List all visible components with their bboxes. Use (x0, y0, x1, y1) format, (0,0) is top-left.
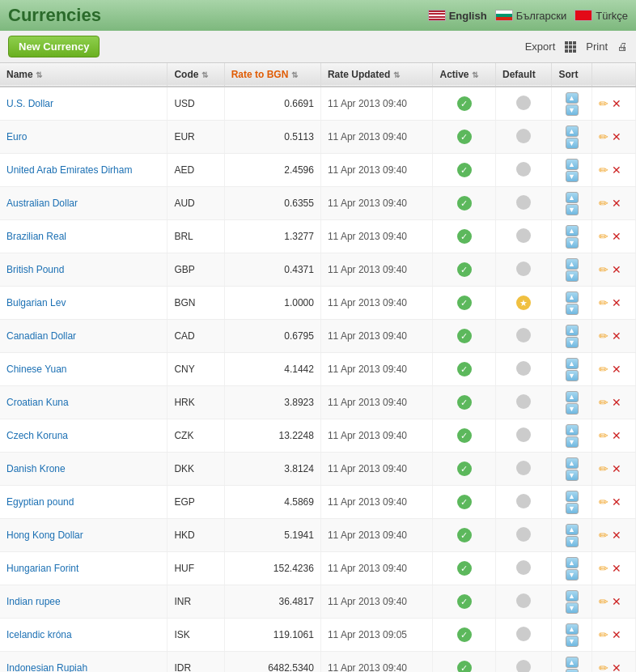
default-no-icon[interactable] (516, 494, 531, 508)
sort-up-button[interactable]: ▲ (566, 557, 579, 568)
cell-default[interactable] (495, 320, 551, 353)
delete-button[interactable]: ✕ (612, 197, 621, 210)
sort-down-button[interactable]: ▼ (566, 569, 579, 581)
edit-button[interactable]: ✏ (599, 97, 608, 110)
cell-active[interactable]: ✓ (433, 187, 495, 220)
cell-default[interactable] (495, 253, 551, 287)
currency-name-link[interactable]: Hungarian Forint (6, 563, 78, 574)
cell-active[interactable]: ✓ (433, 652, 495, 673)
cell-active[interactable]: ✓ (433, 453, 495, 486)
edit-button[interactable]: ✏ (599, 661, 608, 672)
currency-name-link[interactable]: Australian Dollar (6, 198, 78, 209)
sort-down-button[interactable]: ▼ (566, 436, 579, 448)
active-yes-icon[interactable]: ✓ (457, 561, 472, 576)
edit-button[interactable]: ✏ (599, 164, 608, 177)
currency-name-link[interactable]: Euro (6, 131, 27, 142)
sort-up-button[interactable]: ▲ (566, 258, 579, 270)
col-name[interactable]: Name ⇅ (0, 63, 167, 87)
edit-button[interactable]: ✏ (599, 495, 608, 508)
col-rate[interactable]: Rate to BGN ⇅ (224, 63, 320, 87)
sort-up-button[interactable]: ▲ (566, 92, 579, 104)
cell-active[interactable]: ✓ (433, 585, 495, 619)
delete-button[interactable]: ✕ (612, 164, 621, 177)
delete-button[interactable]: ✕ (612, 230, 621, 243)
sort-up-button[interactable]: ▲ (566, 192, 579, 203)
delete-button[interactable]: ✕ (612, 363, 621, 376)
delete-button[interactable]: ✕ (612, 562, 621, 575)
delete-button[interactable]: ✕ (612, 296, 621, 309)
sort-down-button[interactable]: ▼ (566, 337, 579, 348)
active-yes-icon[interactable]: ✓ (457, 163, 472, 177)
sort-up-button[interactable]: ▲ (566, 325, 579, 336)
edit-button[interactable]: ✏ (599, 263, 608, 276)
sort-down-button[interactable]: ▼ (566, 669, 579, 672)
delete-button[interactable]: ✕ (612, 130, 621, 143)
active-yes-icon[interactable]: ✓ (457, 362, 472, 376)
default-no-icon[interactable] (516, 162, 531, 177)
cell-default[interactable] (495, 353, 551, 386)
sort-down-button[interactable]: ▼ (566, 470, 579, 481)
export-button[interactable]: Export (525, 40, 556, 53)
active-yes-icon[interactable]: ✓ (457, 428, 472, 443)
currency-name-link[interactable]: Chinese Yuan (6, 364, 67, 375)
currency-name-link[interactable]: Danish Krone (6, 463, 66, 474)
edit-button[interactable]: ✏ (599, 562, 608, 575)
default-no-icon[interactable] (516, 560, 531, 575)
currency-name-link[interactable]: Canadian Dollar (6, 330, 76, 342)
sort-up-button[interactable]: ▲ (566, 159, 579, 170)
default-no-icon[interactable] (516, 627, 531, 641)
cell-active[interactable]: ✓ (433, 552, 495, 585)
currency-name-link[interactable]: Czech Koruna (6, 430, 68, 441)
edit-button[interactable]: ✏ (599, 230, 608, 243)
currency-name-link[interactable]: U.S. Dollar (6, 98, 53, 109)
cell-default[interactable] (495, 187, 551, 220)
cell-active[interactable]: ✓ (433, 519, 495, 552)
active-yes-icon[interactable]: ✓ (457, 395, 472, 410)
cell-active[interactable]: ✓ (433, 287, 495, 320)
new-currency-button[interactable]: New Currency (8, 36, 100, 57)
delete-button[interactable]: ✕ (612, 263, 621, 276)
active-yes-icon[interactable]: ✓ (457, 229, 472, 244)
cell-default[interactable] (495, 386, 551, 419)
edit-button[interactable]: ✏ (599, 529, 608, 542)
cell-active[interactable]: ✓ (433, 320, 495, 353)
delete-button[interactable]: ✕ (612, 330, 621, 342)
sort-down-button[interactable]: ▼ (566, 237, 579, 249)
edit-button[interactable]: ✏ (599, 197, 608, 210)
cell-default[interactable] (495, 519, 551, 552)
sort-up-button[interactable]: ▲ (566, 125, 579, 137)
sort-down-button[interactable]: ▼ (566, 636, 579, 647)
active-yes-icon[interactable]: ✓ (457, 130, 472, 144)
sort-up-button[interactable]: ▲ (566, 291, 579, 303)
cell-default[interactable] (495, 652, 551, 673)
default-no-icon[interactable] (516, 328, 531, 342)
delete-button[interactable]: ✕ (612, 429, 621, 442)
edit-button[interactable]: ✏ (599, 363, 608, 376)
sort-down-button[interactable]: ▼ (566, 138, 579, 149)
cell-default[interactable] (495, 419, 551, 453)
default-no-icon[interactable] (516, 461, 531, 475)
cell-active[interactable]: ✓ (433, 253, 495, 287)
default-no-icon[interactable] (516, 593, 531, 608)
sort-down-button[interactable]: ▼ (566, 602, 579, 614)
currency-name-link[interactable]: Croatian Kuna (6, 397, 69, 408)
default-no-icon[interactable] (516, 129, 531, 143)
default-no-icon[interactable] (516, 427, 531, 442)
default-no-icon[interactable] (516, 262, 531, 276)
sort-down-button[interactable]: ▼ (566, 536, 579, 547)
cell-active[interactable]: ✓ (433, 386, 495, 419)
cell-active[interactable]: ✓ (433, 353, 495, 386)
col-updated[interactable]: Rate Updated ⇅ (320, 63, 433, 87)
col-active[interactable]: Active ⇅ (433, 63, 495, 87)
active-yes-icon[interactable]: ✓ (457, 329, 472, 343)
sort-down-button[interactable]: ▼ (566, 204, 579, 215)
sort-down-button[interactable]: ▼ (566, 171, 579, 182)
delete-button[interactable]: ✕ (612, 595, 621, 608)
cell-default[interactable] (495, 619, 551, 652)
cell-active[interactable]: ✓ (433, 220, 495, 253)
edit-button[interactable]: ✏ (599, 462, 608, 475)
cell-active[interactable]: ✓ (433, 87, 495, 121)
default-no-icon[interactable] (516, 228, 531, 243)
cell-default[interactable] (495, 220, 551, 253)
cell-default[interactable] (495, 585, 551, 619)
